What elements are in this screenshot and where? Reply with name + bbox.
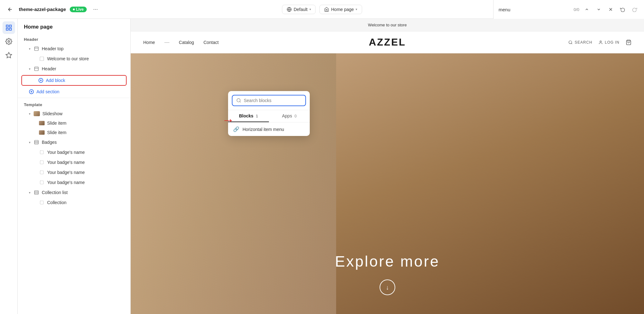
sidebar-item-header[interactable]: ▾ Header bbox=[18, 64, 130, 74]
header-icon bbox=[34, 66, 39, 72]
header-label: Header bbox=[42, 66, 56, 71]
nav-catalog[interactable]: Catalog bbox=[179, 40, 194, 45]
more-options-button[interactable]: ··· bbox=[90, 4, 101, 14]
popup-search-inner bbox=[232, 95, 306, 106]
badge-4-label: Your badge's name bbox=[47, 180, 85, 185]
svg-rect-25 bbox=[40, 181, 44, 184]
svg-rect-8 bbox=[35, 47, 38, 51]
live-label: Live bbox=[76, 7, 84, 12]
chevron-icon: ▾ bbox=[29, 191, 30, 194]
svg-rect-24 bbox=[40, 171, 44, 174]
popup-tabs: Blocks 1 Apps 0 bbox=[228, 110, 310, 122]
slideshow-thumbnail bbox=[34, 111, 40, 116]
search-bar: 0/0 bbox=[493, 0, 644, 19]
slide-2-label: Slide item bbox=[47, 130, 66, 135]
divider bbox=[18, 98, 130, 98]
store-actions: SEARCH LOG IN bbox=[469, 40, 631, 45]
search-refresh-button[interactable] bbox=[618, 5, 627, 14]
search-input[interactable] bbox=[499, 7, 570, 12]
search-redo-button[interactable] bbox=[630, 5, 639, 14]
svg-point-34 bbox=[237, 99, 240, 102]
sidebar-item-welcome[interactable]: Welcome to our store bbox=[18, 54, 130, 64]
search-count: 0/0 bbox=[574, 7, 579, 12]
sidebar-item-badge-3[interactable]: Your badge's name bbox=[18, 167, 130, 177]
collection-list-icon bbox=[34, 190, 39, 195]
login-label: LOG IN bbox=[605, 40, 619, 45]
search-prev-button[interactable] bbox=[582, 5, 591, 14]
tab-apps[interactable]: Apps 0 bbox=[269, 110, 310, 122]
live-dot bbox=[73, 8, 75, 10]
welcome-label: Welcome to our store bbox=[47, 56, 89, 61]
nav-home[interactable]: Home bbox=[143, 40, 155, 45]
store-name: theme-azzel-package bbox=[19, 7, 66, 12]
svg-rect-26 bbox=[35, 191, 38, 194]
sidebar-item-badge-1[interactable]: Your badge's name bbox=[18, 147, 130, 157]
add-section-label: Add section bbox=[36, 89, 59, 94]
search-icon bbox=[568, 40, 573, 45]
homepage-label: Home page bbox=[331, 7, 354, 12]
sidebar-item-slide-2[interactable]: Slide item bbox=[18, 128, 130, 137]
badge-2-label: Your badge's name bbox=[47, 160, 85, 165]
collection-list-label: Collection list bbox=[42, 190, 68, 195]
add-section-button[interactable]: Add section bbox=[18, 87, 130, 96]
store-preview: Welcome to our store Home — Catalog Cont… bbox=[131, 19, 644, 314]
search-label: SEARCH bbox=[575, 40, 592, 45]
login-action[interactable]: LOG IN bbox=[598, 40, 619, 45]
sidebar-item-collection-list[interactable]: ▾ Collection list bbox=[18, 187, 130, 198]
svg-rect-19 bbox=[35, 140, 38, 144]
nav-contact[interactable]: Contact bbox=[204, 40, 219, 45]
svg-line-31 bbox=[571, 43, 572, 44]
homepage-selector[interactable]: Home page ▾ bbox=[319, 5, 362, 14]
badge-1-label: Your badge's name bbox=[47, 150, 85, 155]
search-action[interactable]: SEARCH bbox=[568, 40, 592, 45]
hero-text-block: Explore more ↓ bbox=[335, 253, 439, 295]
sidebar-item-collection[interactable]: Collection bbox=[18, 198, 130, 208]
tab-apps-label: Apps bbox=[282, 113, 292, 118]
chevron-icon: ▾ bbox=[29, 67, 30, 71]
live-badge: Live bbox=[70, 7, 87, 12]
template-section-label: Template bbox=[18, 99, 130, 109]
red-arrow: → bbox=[222, 113, 234, 127]
cart-icon[interactable] bbox=[626, 40, 631, 45]
svg-point-32 bbox=[600, 41, 602, 42]
search-close-button[interactable] bbox=[606, 5, 615, 14]
topbar-center: Default ▾ Home page ▾ bbox=[282, 5, 362, 14]
svg-rect-10 bbox=[40, 57, 44, 61]
nav-separator: — bbox=[164, 40, 169, 45]
hero-scroll-button[interactable]: ↓ bbox=[379, 279, 395, 295]
sidebar-item-slide-1[interactable]: Slide item bbox=[18, 118, 130, 128]
badges-label: Badges bbox=[42, 140, 57, 145]
user-icon bbox=[598, 40, 603, 45]
sidebar-item-header-top[interactable]: ▾ Header top bbox=[18, 44, 130, 54]
svg-rect-4 bbox=[9, 25, 11, 27]
svg-rect-11 bbox=[35, 67, 38, 71]
sidebar-item-slideshow[interactable]: ▾ Slideshow bbox=[18, 109, 130, 118]
search-next-button[interactable] bbox=[594, 5, 603, 14]
badge-icon-1 bbox=[39, 149, 45, 155]
tab-blocks-count: 1 bbox=[256, 114, 258, 118]
sidebar-item-badges[interactable]: ▾ Badges bbox=[18, 137, 130, 147]
chevron-icon: ▾ bbox=[29, 47, 30, 51]
page-title: Home page bbox=[18, 19, 130, 34]
sidebar-apps-button[interactable] bbox=[3, 49, 15, 62]
svg-rect-29 bbox=[40, 201, 44, 204]
sidebar-item-badge-2[interactable]: Your badge's name bbox=[18, 157, 130, 167]
popup-search-input[interactable] bbox=[244, 98, 302, 103]
welcome-icon bbox=[39, 56, 45, 62]
sidebar-item-badge-4[interactable]: Your badge's name bbox=[18, 177, 130, 187]
default-selector[interactable]: Default ▾ bbox=[282, 5, 316, 14]
back-button[interactable] bbox=[5, 4, 15, 14]
svg-rect-23 bbox=[40, 161, 44, 164]
store-header: Home — Catalog Contact AZZEL SEARCH bbox=[131, 31, 644, 53]
slide-thumbnail-1 bbox=[39, 121, 45, 125]
sidebar-settings-button[interactable] bbox=[3, 35, 15, 48]
popup-item-horizontal-menu[interactable]: 🔗 Horizontal item menu bbox=[228, 122, 310, 136]
add-block-button[interactable]: Add block bbox=[21, 75, 127, 86]
slide-1-label: Slide item bbox=[47, 121, 66, 126]
sidebar-sections-button[interactable] bbox=[3, 21, 15, 34]
welcome-text: Welcome to our store bbox=[368, 23, 407, 27]
svg-point-7 bbox=[8, 41, 10, 42]
icon-sidebar bbox=[0, 19, 18, 314]
svg-line-35 bbox=[240, 101, 241, 102]
header-section-label: Header bbox=[18, 34, 130, 44]
